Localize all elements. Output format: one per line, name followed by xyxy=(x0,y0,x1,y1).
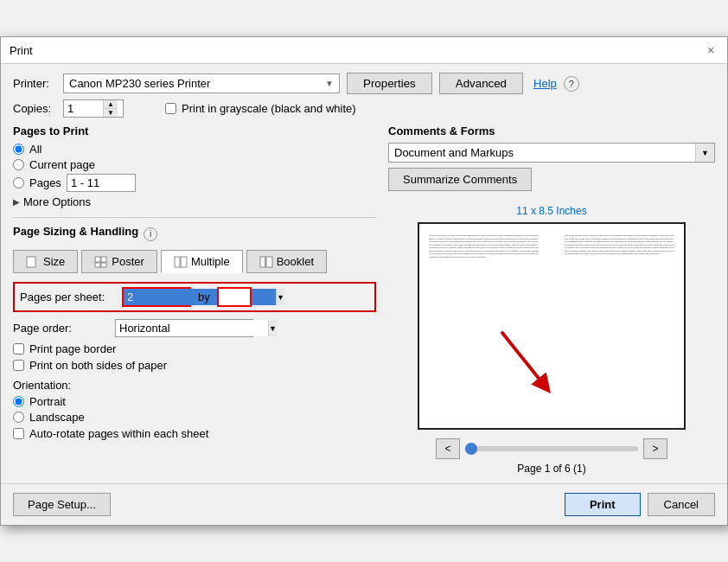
more-options-button[interactable]: ▶ More Options xyxy=(13,195,91,208)
cf-title: Comments & Forms xyxy=(388,125,715,137)
order-select-wrap: ▼ xyxy=(115,319,253,337)
radio-portrait-input[interactable] xyxy=(13,396,24,407)
page-slider[interactable] xyxy=(465,446,638,451)
advanced-button[interactable]: Advanced xyxy=(439,73,523,94)
cf-select-wrap: ▼ xyxy=(388,143,715,163)
print-border-checkbox[interactable] xyxy=(13,343,24,354)
left-panel: Pages to Print All Current page Pages ▶ … xyxy=(13,125,376,475)
by-input[interactable] xyxy=(219,289,250,305)
by-input-wrap xyxy=(217,287,252,307)
radio-current-label: Current page xyxy=(29,158,95,171)
print-button[interactable]: Print xyxy=(565,493,641,516)
auto-rotate-label: Auto-rotate pages within each sheet xyxy=(29,427,208,440)
pps-label: Pages per sheet: xyxy=(20,291,115,303)
radio-pages-input[interactable] xyxy=(13,177,24,188)
radio-pages-label: Pages xyxy=(29,176,61,189)
more-options-arrow: ▶ xyxy=(13,197,20,207)
cf-select-input[interactable] xyxy=(389,144,695,162)
properties-button[interactable]: Properties xyxy=(347,73,432,94)
by-label: by xyxy=(198,291,210,303)
pps-dropdown-arrow[interactable]: ▼ xyxy=(276,289,284,305)
tab-poster-label: Poster xyxy=(112,255,144,268)
order-dropdown-arrow[interactable]: ▼ xyxy=(268,320,277,336)
svg-rect-4 xyxy=(101,263,106,267)
copies-spinner: ▲ ▼ xyxy=(103,100,118,117)
radio-current-input[interactable] xyxy=(13,159,24,170)
page-setup-button[interactable]: Page Setup... xyxy=(13,493,111,516)
booklet-tab-icon xyxy=(259,256,273,268)
svg-rect-3 xyxy=(95,263,100,267)
auto-rotate-checkbox[interactable] xyxy=(13,428,24,439)
help-link[interactable]: Help xyxy=(533,77,557,90)
radio-all-label: All xyxy=(29,143,42,156)
pages-to-print-title: Pages to Print xyxy=(13,125,376,137)
page-sizing-title: Page Sizing & Handling xyxy=(13,225,138,238)
print-dialog: Print × Printer: Canon MP230 series Prin… xyxy=(0,36,728,526)
radio-portrait-label: Portrait xyxy=(29,395,66,408)
size-tab-icon xyxy=(26,256,40,268)
navigation-row: < > xyxy=(388,438,715,459)
close-button[interactable]: × xyxy=(703,42,718,58)
page-sizing-heading-row: Page Sizing & Handling i xyxy=(13,225,376,243)
auto-rotate-row: Auto-rotate pages within each sheet xyxy=(13,427,376,440)
copies-row: Copies: ▲ ▼ Print in grayscale (black an… xyxy=(13,99,715,118)
orientation-section-label: Orientation: xyxy=(13,379,376,392)
printer-value: Canon MP230 series Printer xyxy=(69,77,325,90)
both-sides-label: Print on both sides of paper xyxy=(29,359,167,372)
radio-portrait: Portrait xyxy=(13,395,376,408)
radio-current: Current page xyxy=(13,158,376,171)
tab-poster[interactable]: Poster xyxy=(81,250,157,273)
tab-booklet[interactable]: Booklet xyxy=(246,250,327,273)
copies-input[interactable] xyxy=(64,100,103,117)
radio-all: All xyxy=(13,143,376,156)
both-sides-row: Print on both sides of paper xyxy=(13,359,376,372)
poster-tab-icon xyxy=(94,256,108,268)
radio-landscape-label: Landscape xyxy=(29,411,85,424)
preview-right-text: Sed ut perspiciatis unde omnis iste natu… xyxy=(562,231,677,421)
both-sides-checkbox[interactable] xyxy=(13,360,24,371)
tab-multiple[interactable]: Multiple xyxy=(161,250,243,273)
preview-box: Lorem ipsum dolor sit amet consectetur a… xyxy=(418,222,686,430)
preview-area: 11 x 8.5 Inches Lorem ipsum dolor sit am… xyxy=(388,198,715,475)
bottom-row: Page Setup... Print Cancel xyxy=(1,483,727,525)
bottom-right-buttons: Print Cancel xyxy=(565,493,715,516)
printer-select[interactable]: Canon MP230 series Printer ▼ xyxy=(63,73,340,93)
info-icon[interactable]: i xyxy=(144,227,157,241)
next-page-button[interactable]: > xyxy=(643,438,667,459)
printer-label: Printer: xyxy=(13,77,56,90)
tab-multiple-label: Multiple xyxy=(191,255,230,268)
tab-size-label: Size xyxy=(43,255,65,268)
tab-size[interactable]: Size xyxy=(13,250,78,273)
prev-page-button[interactable]: < xyxy=(436,438,460,459)
svg-rect-5 xyxy=(175,257,180,267)
svg-rect-6 xyxy=(181,257,187,267)
copies-down-button[interactable]: ▼ xyxy=(104,109,118,117)
section-divider xyxy=(13,217,376,218)
more-options-label: More Options xyxy=(23,195,91,208)
svg-rect-0 xyxy=(27,257,35,267)
help-icon[interactable]: ? xyxy=(564,76,579,92)
copies-label: Copies: xyxy=(13,102,56,115)
summarize-button[interactable]: Summarize Comments xyxy=(388,168,532,191)
page-order-row: Page order: ▼ xyxy=(13,319,376,337)
radio-all-input[interactable] xyxy=(13,144,24,155)
print-border-label: Print page border xyxy=(29,342,116,355)
radio-landscape-input[interactable] xyxy=(13,412,24,423)
copies-up-button[interactable]: ▲ xyxy=(104,100,118,109)
cancel-button[interactable]: Cancel xyxy=(648,493,715,516)
title-bar: Print × xyxy=(1,37,727,64)
main-content: Pages to Print All Current page Pages ▶ … xyxy=(13,125,715,475)
cf-dropdown-arrow[interactable]: ▼ xyxy=(695,144,714,162)
printer-row: Printer: Canon MP230 series Printer ▼ Pr… xyxy=(13,73,715,94)
dialog-body: Printer: Canon MP230 series Printer ▼ Pr… xyxy=(1,64,727,483)
copies-input-wrap: ▲ ▼ xyxy=(63,99,124,118)
svg-rect-1 xyxy=(95,257,100,262)
page-slider-thumb[interactable] xyxy=(465,443,477,455)
preview-right-page: Sed ut perspiciatis unde omnis iste natu… xyxy=(562,231,677,421)
dialog-title: Print xyxy=(10,44,33,57)
print-grayscale-checkbox[interactable] xyxy=(165,103,176,114)
order-select-input[interactable] xyxy=(116,320,268,336)
pages-range-input[interactable] xyxy=(67,174,136,192)
page-info: Page 1 of 6 (1) xyxy=(517,463,585,475)
comments-forms-section: Comments & Forms ▼ Summarize Comments xyxy=(388,125,715,191)
